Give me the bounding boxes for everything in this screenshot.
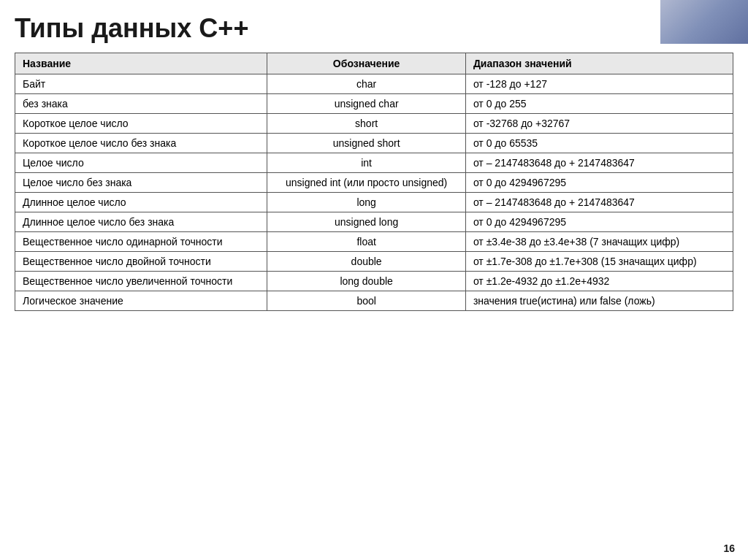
table-row: Короткое целое число без знакаunsigned s… — [15, 134, 733, 153]
header-decoration — [660, 0, 748, 44]
cell-name: Логическое значение — [15, 291, 267, 311]
table-row: Целое числоintот – 2147483648 до + 21474… — [15, 153, 733, 173]
cell-name: Длинное целое число — [15, 193, 267, 212]
cell-name: Вещественное число двойной точности — [15, 252, 267, 272]
cell-name: Вещественное число увеличенной точности — [15, 272, 267, 291]
table-row: Целое число без знакаunsigned int (или п… — [15, 173, 733, 193]
table-row: Вещественное число одинарной точностиflo… — [15, 232, 733, 252]
cell-designation: int — [267, 153, 466, 173]
cell-range: от – 2147483648 до + 2147483647 — [465, 153, 733, 173]
cell-name: Байт — [15, 74, 267, 94]
cell-designation: unsigned int (или просто unsigned) — [267, 173, 466, 193]
col-header-designation: Обозначение — [267, 53, 466, 74]
cell-name: Длинное целое число без знака — [15, 212, 267, 232]
cell-name: без знака — [15, 94, 267, 114]
cell-name: Вещественное число одинарной точности — [15, 232, 267, 252]
table-row: Длинное целое число без знакаunsigned lo… — [15, 212, 733, 232]
cell-range: от -32768 до +32767 — [465, 114, 733, 134]
table-row: Вещественное число увеличенной точностиl… — [15, 272, 733, 291]
cell-range: от 0 до 255 — [465, 94, 733, 114]
cell-name: Целое число — [15, 153, 267, 173]
data-types-table: Название Обозначение Диапазон значений Б… — [15, 53, 733, 311]
cell-designation: long double — [267, 272, 466, 291]
cell-name: Целое число без знака — [15, 173, 267, 193]
table-container: Название Обозначение Диапазон значений Б… — [0, 53, 748, 318]
cell-range: от 0 до 65535 — [465, 134, 733, 153]
table-row: Байтcharот -128 до +127 — [15, 74, 733, 94]
table-row: Длинное целое числоlongот – 2147483648 д… — [15, 193, 733, 212]
cell-designation: char — [267, 74, 466, 94]
table-row: Вещественное число двойной точностиdoubl… — [15, 252, 733, 272]
cell-designation: bool — [267, 291, 466, 311]
cell-designation: unsigned long — [267, 212, 466, 232]
page-number: 16 — [723, 542, 735, 554]
cell-designation: double — [267, 252, 466, 272]
table-row: без знакаunsigned charот 0 до 255 — [15, 94, 733, 114]
cell-name: Короткое целое число без знака — [15, 134, 267, 153]
table-row: Логическое значениеboolзначения true(ист… — [15, 291, 733, 311]
page-title: Типы данных С++ — [0, 0, 748, 53]
cell-designation: short — [267, 114, 466, 134]
cell-name: Короткое целое число — [15, 114, 267, 134]
cell-range: от ±1.7е-308 до ±1.7е+308 (15 значащих ц… — [465, 252, 733, 272]
cell-range: от ±3.4е-38 до ±3.4е+38 (7 значащих цифр… — [465, 232, 733, 252]
cell-range: от 0 до 4294967295 — [465, 173, 733, 193]
cell-range: от 0 до 4294967295 — [465, 212, 733, 232]
table-header-row: Название Обозначение Диапазон значений — [15, 53, 733, 74]
cell-range: значения true(истина) или false (ложь) — [465, 291, 733, 311]
col-header-range: Диапазон значений — [465, 53, 733, 74]
cell-designation: float — [267, 232, 466, 252]
col-header-name: Название — [15, 53, 267, 74]
cell-designation: unsigned short — [267, 134, 466, 153]
cell-range: от -128 до +127 — [465, 74, 733, 94]
table-row: Короткое целое числоshortот -32768 до +3… — [15, 114, 733, 134]
cell-designation: long — [267, 193, 466, 212]
cell-designation: unsigned char — [267, 94, 466, 114]
cell-range: от ±1.2е-4932 до ±1.2е+4932 — [465, 272, 733, 291]
cell-range: от – 2147483648 до + 2147483647 — [465, 193, 733, 212]
